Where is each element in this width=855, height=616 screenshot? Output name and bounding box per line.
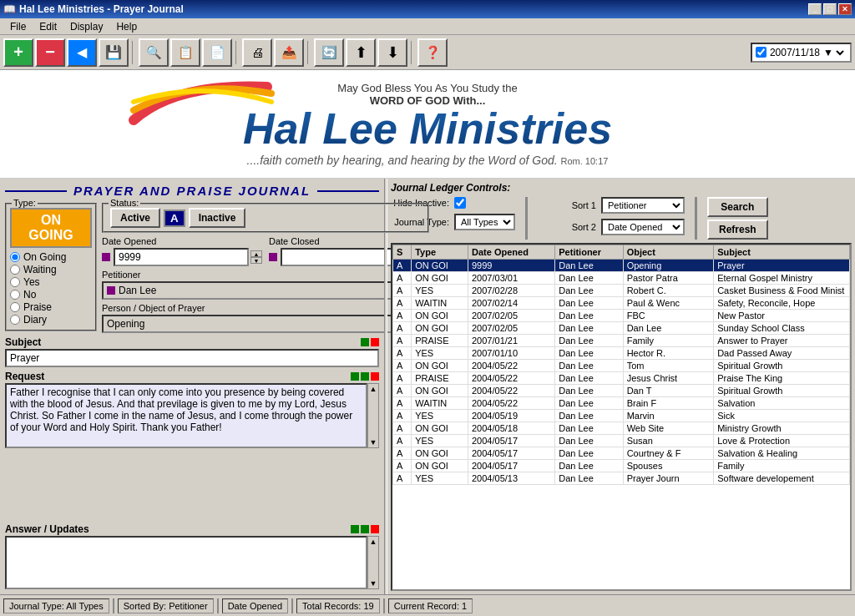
request-input-row: ▲ ▼	[5, 383, 379, 448]
answer-scroll-down[interactable]: ▼	[369, 578, 378, 588]
menu-help[interactable]: Help	[109, 19, 144, 34]
sort2-select[interactable]: Date Opened	[601, 219, 685, 235]
hide-inactive-checkbox[interactable]	[454, 197, 466, 209]
cell-object: Hector R.	[623, 347, 714, 360]
table-row[interactable]: AON GOI2007/03/01Dan LeePastor PatraEter…	[393, 272, 850, 285]
menu-file[interactable]: File	[3, 19, 33, 34]
subject-red-icon	[371, 338, 379, 346]
cell-date: 2004/05/19	[468, 410, 555, 422]
radio-no-input[interactable]	[10, 290, 20, 300]
th-object: Object	[623, 245, 714, 260]
cell-petitioner: Dan Lee	[555, 435, 623, 447]
table-row[interactable]: AWAITIN2007/02/14Dan LeePaul & WencSafet…	[393, 297, 850, 310]
cell-type: ON GOI	[412, 260, 468, 272]
active-button[interactable]: Active	[110, 208, 160, 228]
back-button[interactable]: ◀	[67, 38, 97, 67]
cell-date: 2007/02/14	[468, 297, 555, 310]
up-button[interactable]: ⬆	[346, 38, 376, 67]
table-row[interactable]: AON GOI9999Dan LeeOpeningPrayer	[393, 260, 850, 272]
cell-s: A	[393, 435, 412, 447]
search-button[interactable]: Search	[707, 197, 768, 217]
table-row[interactable]: AON GOI2004/05/17Dan LeeSpousesFamily	[393, 460, 850, 472]
cell-s: A	[393, 335, 412, 347]
journal-controls: Journal Ledger Controls: Hide Inactive: …	[391, 182, 852, 240]
maximize-button[interactable]: □	[823, 3, 837, 15]
radio-diary: Diary	[10, 314, 92, 326]
list-button[interactable]: 📋	[170, 38, 200, 67]
minimize-button[interactable]: _	[808, 3, 822, 15]
date-display: 2007/11/18 ▼	[751, 43, 852, 63]
date-opened-spinner[interactable]: ▲ ▼	[250, 250, 262, 264]
sort2-label: Sort 2	[538, 222, 596, 232]
table-row[interactable]: AYES2004/05/17Dan LeeSusanLove & Protect…	[393, 435, 850, 447]
radio-praise-input[interactable]	[10, 302, 20, 312]
spin-up[interactable]: ▲	[250, 250, 262, 257]
refresh-button[interactable]: 🔄	[314, 38, 344, 67]
cell-date: 2004/05/22	[468, 360, 555, 372]
request-textarea[interactable]	[5, 383, 367, 448]
table-row[interactable]: AON GOI2004/05/22Dan LeeDan TSpiritual G…	[393, 385, 850, 397]
table-row[interactable]: AYES2007/02/28Dan LeeRobert C.Casket Bus…	[393, 285, 850, 297]
table-row[interactable]: AON GOI2004/05/22Dan LeeTomSpiritual Gro…	[393, 360, 850, 372]
search-button[interactable]: 🔍	[139, 38, 169, 67]
delete-button[interactable]: −	[35, 38, 65, 67]
table-row[interactable]: AON GOI2007/02/05Dan LeeFBCNew Pastor	[393, 310, 850, 322]
table-row[interactable]: AYES2004/05/13Dan LeePrayer JournSoftwar…	[393, 472, 850, 485]
type-box: Type: ON GOING On Going Waiting Yes No	[5, 203, 97, 331]
controls-separator	[525, 197, 528, 240]
answer-scroll-up[interactable]: ▲	[369, 537, 378, 547]
cell-s: A	[393, 460, 412, 472]
logo-text: Hal Lee Ministries	[243, 107, 612, 150]
status-a-button[interactable]: A	[164, 210, 185, 227]
petitioner-value: Dan Lee	[102, 281, 429, 300]
down-button[interactable]: ⬇	[377, 38, 407, 67]
spin-down[interactable]: ▼	[250, 257, 262, 264]
cell-s: A	[393, 297, 412, 310]
help-button[interactable]: ❓	[417, 38, 448, 67]
journal-table-wrapper: S Type Date Opened Petitioner Object Sub…	[391, 243, 852, 591]
radio-diary-input[interactable]	[10, 315, 20, 325]
cell-s: A	[393, 410, 412, 422]
sort1-select[interactable]: Petitioner	[601, 197, 685, 214]
print-button[interactable]: 🖨	[242, 38, 272, 67]
radio-ongoing-input[interactable]	[10, 252, 20, 262]
save-button[interactable]: 💾	[99, 38, 129, 67]
date-select[interactable]: ▼	[820, 46, 847, 59]
radio-yes-input[interactable]	[10, 277, 20, 287]
refresh-button[interactable]: Refresh	[707, 220, 768, 240]
table-row[interactable]: APRAISE2004/05/22Dan LeeJesus ChristPrai…	[393, 372, 850, 385]
copy-button[interactable]: 📄	[202, 38, 232, 67]
cell-s: A	[393, 372, 412, 385]
scroll-down[interactable]: ▼	[369, 437, 378, 447]
table-row[interactable]: AWAITIN2004/05/22Dan LeeBrain FSalvation	[393, 397, 850, 410]
table-row[interactable]: AON GOI2004/05/17Dan LeeCourtney & FSalv…	[393, 447, 850, 460]
cell-subject: Answer to Prayer	[714, 335, 850, 347]
table-row[interactable]: APRAISE2007/01/21Dan LeeFamilyAnswer to …	[393, 335, 850, 347]
table-row[interactable]: AYES2004/05/19Dan LeeMarvinSick	[393, 410, 850, 422]
table-row[interactable]: AON GOI2004/05/18Dan LeeWeb SiteMinistry…	[393, 422, 850, 435]
ongoing-button[interactable]: ON GOING	[10, 208, 92, 248]
subject-green-icon	[361, 338, 369, 346]
journal-type-select[interactable]: All Types	[454, 214, 515, 230]
answer-red-icon	[371, 525, 379, 533]
date-opened-input[interactable]	[114, 248, 249, 266]
cell-object: Susan	[623, 435, 714, 447]
add-button[interactable]: +	[3, 38, 33, 67]
sb-total-value: 19	[363, 601, 373, 611]
scroll-up[interactable]: ▲	[369, 384, 378, 394]
table-row[interactable]: AON GOI2007/02/05Dan LeeDan LeeSunday Sc…	[393, 322, 850, 335]
inactive-button[interactable]: Inactive	[189, 208, 246, 228]
request-scrollbar[interactable]: ▲ ▼	[367, 383, 379, 448]
subject-input[interactable]	[5, 349, 379, 367]
menu-edit[interactable]: Edit	[33, 19, 63, 34]
cell-object: Web Site	[623, 422, 714, 435]
radio-waiting-input[interactable]	[10, 265, 20, 275]
title-bar-controls[interactable]: _ □ ✕	[808, 3, 852, 15]
answer-scrollbar[interactable]: ▲ ▼	[367, 536, 379, 589]
export-button[interactable]: 📤	[274, 38, 304, 67]
date-checkbox[interactable]	[756, 47, 766, 58]
answer-textarea[interactable]	[5, 536, 367, 589]
table-row[interactable]: AYES2007/01/10Dan LeeHector R.Dad Passed…	[393, 347, 850, 360]
close-button[interactable]: ✕	[838, 3, 852, 15]
menu-display[interactable]: Display	[63, 19, 109, 34]
